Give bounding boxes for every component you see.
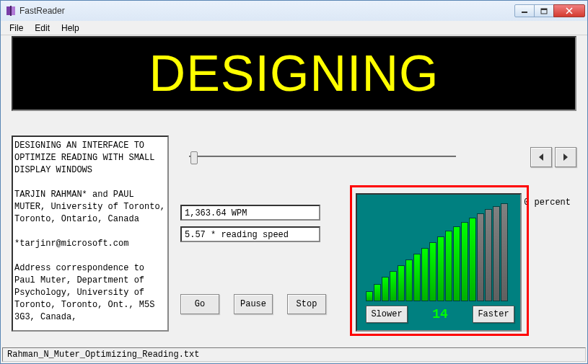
stop-button[interactable]: Stop xyxy=(287,294,326,314)
speed-bar xyxy=(469,218,476,301)
speed-bar xyxy=(374,284,381,301)
slider-thumb[interactable] xyxy=(190,151,198,164)
svg-rect-3 xyxy=(522,12,527,13)
slower-button[interactable]: Slower xyxy=(366,306,408,323)
speed-bar xyxy=(477,213,484,301)
prev-button[interactable] xyxy=(530,147,552,167)
wpm-display: 1,363.64 WPM xyxy=(180,205,320,221)
titlebar[interactable]: FastReader xyxy=(1,1,587,21)
application-window: FastReader File Edit Help DESIGNING DESI… xyxy=(0,0,588,364)
menu-edit[interactable]: Edit xyxy=(29,22,56,35)
nav-buttons xyxy=(527,147,576,167)
client-area: DESIGNING DESIGNING AN INTERFACE TO OPTI… xyxy=(7,36,581,346)
slider-track-line xyxy=(189,156,456,157)
pause-button[interactable]: Pause xyxy=(234,294,273,314)
speed-bar xyxy=(382,277,389,301)
statusbar: Rahman_N_Muter_Optimizing_Reading.txt xyxy=(2,347,586,362)
speed-bar xyxy=(445,231,452,301)
next-button[interactable] xyxy=(555,147,576,167)
reading-display: DESIGNING xyxy=(12,36,576,111)
menu-help[interactable]: Help xyxy=(56,22,85,35)
speed-bar xyxy=(437,236,444,301)
percent-label: 0 percent xyxy=(524,197,571,208)
position-slider[interactable] xyxy=(189,148,456,164)
maximize-button[interactable] xyxy=(534,4,554,17)
control-buttons: Go Pause Stop xyxy=(180,294,326,314)
speed-bar xyxy=(421,248,429,301)
source-text-box[interactable]: DESIGNING AN INTERFACE TO OPTIMIZE READI… xyxy=(12,136,169,332)
minimize-button[interactable] xyxy=(514,4,535,17)
speed-bar xyxy=(453,226,460,301)
speed-bar xyxy=(390,271,397,301)
speed-bar xyxy=(405,259,413,301)
status-filename: Rahman_N_Muter_Optimizing_Reading.txt xyxy=(7,350,199,360)
window-title: FastReader xyxy=(19,6,515,16)
svg-rect-5 xyxy=(541,9,547,10)
close-button[interactable] xyxy=(553,4,585,17)
speed-bar xyxy=(461,222,468,301)
speed-panel: Slower 14 Faster xyxy=(356,193,522,332)
menu-file[interactable]: File xyxy=(4,22,29,35)
speed-bars xyxy=(366,200,514,301)
speed-bar xyxy=(398,265,405,301)
speed-bar xyxy=(366,291,373,301)
speed-bar xyxy=(413,254,421,301)
window-buttons xyxy=(515,4,585,17)
speed-bar xyxy=(493,206,500,301)
faster-button[interactable]: Faster xyxy=(473,306,514,323)
menubar: File Edit Help xyxy=(1,21,587,35)
speed-bar xyxy=(429,242,436,301)
reading-speed-display: 5.57 * reading speed xyxy=(180,226,320,242)
app-icon xyxy=(5,5,17,17)
svg-rect-2 xyxy=(10,6,12,16)
speed-bar xyxy=(501,203,508,301)
speed-value: 14 xyxy=(412,307,468,321)
speed-bar xyxy=(485,209,492,301)
go-button[interactable]: Go xyxy=(180,294,219,314)
